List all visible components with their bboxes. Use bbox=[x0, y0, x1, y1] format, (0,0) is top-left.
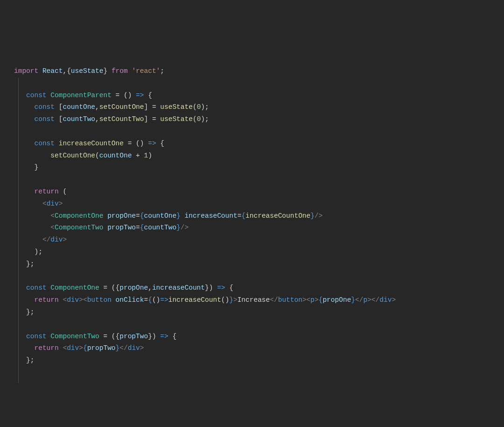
jsx-tag-componentone: ComponentOne bbox=[55, 212, 103, 220]
identifier-usestate-call: useState bbox=[160, 103, 193, 111]
identifier-propone: propOne bbox=[119, 284, 148, 292]
jsx-tag-p: p bbox=[310, 296, 315, 304]
jsx-tag-div-close: div bbox=[379, 296, 392, 304]
identifier-increasecountone: increaseCountOne bbox=[245, 212, 310, 220]
identifier-react: React bbox=[42, 67, 63, 75]
keyword-const: const bbox=[35, 103, 55, 111]
identifier-setcountone: setCountOne bbox=[99, 103, 144, 111]
jsx-tag-div: div bbox=[67, 344, 79, 352]
jsx-tag-button: button bbox=[87, 296, 112, 304]
identifier-setcounttwo: setCountTwo bbox=[99, 115, 144, 123]
keyword-const: const bbox=[26, 284, 47, 292]
identifier-counttwo: countTwo bbox=[63, 115, 95, 123]
jsx-tag-p-close: p bbox=[363, 296, 367, 304]
identifier-usestate: useState bbox=[71, 67, 104, 75]
jsx-tag-div: div bbox=[67, 296, 79, 304]
keyword-from: from bbox=[112, 67, 128, 75]
keyword-return: return bbox=[35, 296, 59, 304]
identifier-componentparent: ComponentParent bbox=[50, 92, 112, 99]
keyword-import: import bbox=[14, 67, 38, 75]
jsx-tag-componenttwo: ComponentTwo bbox=[55, 224, 103, 231]
identifier-increasecount-call: increaseCount bbox=[168, 296, 221, 304]
identifier-increasecount: increaseCount bbox=[152, 284, 205, 292]
literal-one: 1 bbox=[144, 152, 148, 159]
operator-plus: + bbox=[136, 152, 140, 159]
string-react: 'react' bbox=[132, 67, 160, 75]
jsx-attr-proptwo: propTwo bbox=[107, 224, 136, 231]
identifier-componentone: ComponentOne bbox=[50, 284, 99, 292]
jsx-tag-div-close: div bbox=[128, 344, 140, 352]
jsx-attr-onclick: onClick bbox=[116, 296, 144, 304]
identifier-propone: propOne bbox=[322, 296, 351, 304]
keyword-const: const bbox=[35, 140, 55, 147]
jsx-text-increase: Increase bbox=[238, 296, 270, 304]
arrow-operator: => bbox=[136, 92, 144, 99]
indent-guide bbox=[18, 78, 19, 383]
jsx-tag-div: div bbox=[47, 200, 59, 207]
keyword-const: const bbox=[26, 333, 47, 340]
arrow-operator: => bbox=[217, 284, 225, 292]
code-content[interactable]: import React,{useState} from 'react'; co… bbox=[14, 65, 490, 367]
identifier-countone: countOne bbox=[99, 152, 132, 159]
identifier-counttwo: countTwo bbox=[144, 224, 176, 231]
identifier-proptwo: propTwo bbox=[87, 344, 116, 352]
identifier-countone: countOne bbox=[63, 103, 95, 111]
code-editor[interactable]: import React,{useState} from 'react'; co… bbox=[14, 65, 490, 367]
identifier-usestate-call: useState bbox=[160, 115, 193, 123]
identifier-countone: countOne bbox=[144, 212, 176, 220]
jsx-attr-propone: propOne bbox=[107, 212, 136, 220]
arrow-operator: => bbox=[160, 333, 168, 340]
identifier-increasecountone: increaseCountOne bbox=[59, 140, 124, 147]
identifier-setcountone-call: setCountOne bbox=[50, 152, 95, 159]
identifier-componenttwo: ComponentTwo bbox=[50, 333, 99, 340]
keyword-const: const bbox=[35, 115, 55, 123]
identifier-proptwo: propTwo bbox=[119, 333, 148, 340]
jsx-attr-increasecount: increaseCount bbox=[185, 212, 238, 220]
arrow-operator: => bbox=[148, 140, 156, 147]
jsx-tag-button-close: button bbox=[278, 296, 302, 304]
keyword-return: return bbox=[35, 188, 59, 195]
keyword-const: const bbox=[26, 92, 47, 99]
keyword-return: return bbox=[35, 344, 59, 352]
jsx-tag-div-close: div bbox=[50, 236, 63, 243]
